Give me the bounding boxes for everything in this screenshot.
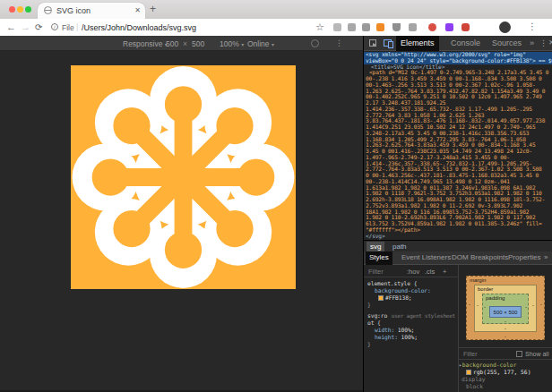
rotate-icon[interactable]: [311, 39, 319, 47]
computed-property-value: block: [459, 383, 552, 390]
tab-elements[interactable]: Elements: [396, 36, 439, 51]
viewport-height-input[interactable]: 500: [192, 39, 204, 48]
box-model-padding[interactable]: padding - - - 500 × 500: [482, 294, 529, 324]
show-all-label: Show all: [525, 351, 548, 357]
new-tab-button[interactable]: +: [150, 3, 156, 15]
tab-dom-breakpoints[interactable]: DOM Breakpoints: [448, 251, 512, 265]
box-model-margin[interactable]: margin - - - border - - - padding -: [466, 276, 545, 340]
tab-sources[interactable]: Sources: [487, 36, 526, 51]
window-close-button[interactable]: [9, 6, 15, 13]
devtools-panel: Elements Console Sources » ⋮ ✕ <svg xmln…: [363, 36, 552, 392]
extension-icon[interactable]: [409, 23, 417, 31]
sidebar-tabs: Styles Event Listeners DOM Breakpoints P…: [364, 251, 552, 265]
reload-icon[interactable]: ⟳: [35, 22, 42, 32]
device-viewport: [0, 51, 363, 392]
url-input[interactable]: /Users/John/Downloads/svg.svg: [82, 23, 196, 32]
devtools-toolbar: Elements Console Sources » ⋮ ✕: [364, 36, 552, 51]
code-line[interactable]: "#ffffff"></path>: [364, 227, 552, 234]
css-property-name[interactable]: background-color:: [367, 287, 458, 294]
tab-event-listeners[interactable]: Event Listeners: [398, 251, 454, 265]
css-height-row[interactable]: height: 100%;: [367, 334, 458, 341]
tab-console[interactable]: Console: [446, 36, 485, 51]
forward-icon[interactable]: →: [21, 21, 30, 32]
tab-properties[interactable]: Properties: [505, 251, 544, 265]
address-bar: ← → ⟳ i File | /Users/John/Downloads/svg…: [0, 19, 552, 36]
throttling-dropdown[interactable]: Online ▾: [247, 39, 274, 48]
computed-properties: ▸background-color rgb(255, 177, 56) disp…: [459, 362, 552, 390]
extension-icon[interactable]: [348, 23, 356, 31]
extension-icon[interactable]: [362, 23, 370, 31]
url-separator: |: [76, 22, 78, 31]
page-info-icon[interactable]: i: [51, 23, 58, 30]
ua-rule-selector-wrap: ot {: [367, 320, 458, 327]
computed-property-row[interactable]: display: [459, 376, 552, 383]
svg-canvas: [71, 65, 296, 289]
code-line[interactable]: </svg>: [364, 234, 552, 240]
styles-filter-input[interactable]: Filter: [368, 268, 384, 276]
elements-tree: <svg xmlns="http://www.w3.org/2000/svg" …: [364, 51, 552, 240]
tab-styles[interactable]: Styles: [366, 251, 392, 265]
extension-icon[interactable]: [445, 23, 453, 31]
padding-label: padding: [486, 295, 505, 301]
breadcrumb: svg path: [364, 240, 552, 251]
styles-pane: Filter :hov .cls + element.style { backg…: [364, 265, 458, 392]
box-model-content[interactable]: 500 × 500: [489, 306, 522, 318]
stop-extension-icon[interactable]: [461, 23, 470, 31]
breadcrumb-path[interactable]: path: [392, 242, 407, 251]
tab-title: SVG icon: [56, 6, 91, 15]
tab-close-icon[interactable]: ✕: [134, 6, 141, 14]
zoom-dropdown[interactable]: 100% ▾: [220, 39, 244, 48]
dimension-multiply-label: ×: [183, 39, 187, 48]
extension-icon[interactable]: [428, 23, 436, 31]
style-rules: element.style { background-color: #FFB13…: [364, 277, 458, 348]
closing-brace: }: [367, 302, 458, 309]
browser-tab[interactable]: SVG icon ✕: [38, 3, 145, 19]
computed-pane: margin - - - border - - - padding -: [458, 265, 552, 392]
toggle-class-button[interactable]: .cls: [425, 268, 435, 276]
toggle-hover-state-button[interactable]: :hov: [407, 268, 419, 276]
computed-property-value[interactable]: rgb(255, 177, 56): [459, 369, 552, 376]
computed-property-row[interactable]: ▸background-color: [459, 362, 552, 369]
css-width-row[interactable]: width: 100%;: [367, 327, 458, 334]
styles-filter-row: Filter :hov .cls +: [364, 265, 458, 277]
styles-split: Filter :hov .cls + element.style { backg…: [364, 265, 552, 392]
margin-label: margin: [470, 277, 486, 283]
device-toolbar-menu-icon[interactable]: ⋮: [335, 38, 343, 47]
new-style-rule-button[interactable]: +: [443, 268, 446, 276]
devtools-close-icon[interactable]: ✕: [544, 36, 552, 51]
browser-menu-icon[interactable]: ⋮: [528, 21, 537, 31]
extension-icon[interactable]: [376, 23, 384, 31]
svg-flower-icon: [71, 65, 296, 289]
viewport-pane: Responsive ▾ 500 × 500 100% ▾ Online ▾ ⋮: [0, 36, 363, 392]
device-toolbar: Responsive ▾ 500 × 500 100% ▾ Online ▾ ⋮: [0, 36, 363, 51]
ua-rule-selector[interactable]: svg:rouser agent stylesheet: [367, 312, 458, 320]
viewport-width-input[interactable]: 500: [166, 39, 178, 48]
device-mode-dropdown[interactable]: Responsive ▾: [123, 39, 168, 48]
computed-filter-input[interactable]: Filter: [463, 351, 478, 357]
shield-extension-icon[interactable]: [392, 23, 401, 31]
window-maximize-button[interactable]: [25, 6, 31, 13]
profile-avatar[interactable]: [499, 21, 511, 33]
closing-brace: }: [367, 341, 458, 348]
extension-icon[interactable]: [333, 23, 341, 31]
back-icon[interactable]: ←: [6, 21, 16, 32]
border-label: border: [478, 286, 493, 292]
css-property-value[interactable]: #FFB138;: [367, 294, 458, 302]
user-agent-stylesheet-label: user agent stylesheet: [392, 312, 455, 320]
element-style-selector[interactable]: element.style {: [367, 280, 458, 287]
window-minimize-button[interactable]: [17, 6, 23, 13]
url-scheme-label: File: [62, 23, 74, 32]
bookmark-star-icon[interactable]: ☆: [315, 21, 324, 33]
box-model-border[interactable]: border - - - padding - - - 500 × 500: [474, 285, 537, 332]
browser-window: SVG icon ✕ + ← → ⟳ i File | /Users/John/…: [0, 0, 552, 392]
inspect-element-icon[interactable]: [369, 39, 376, 47]
color-swatch[interactable]: [378, 295, 384, 301]
device-toolbar-toggle-icon[interactable]: [384, 39, 392, 47]
page-body: Responsive ▾ 500 × 500 100% ▾ Online ▾ ⋮: [0, 36, 552, 392]
color-swatch[interactable]: [466, 370, 471, 375]
breadcrumb-svg[interactable]: svg: [367, 242, 384, 251]
more-sidebar-tabs-icon[interactable]: »: [540, 251, 551, 265]
computed-filter-row: Filter Show all: [459, 348, 552, 360]
titlebar: SVG icon ✕ +: [0, 0, 552, 19]
show-all-checkbox[interactable]: [516, 351, 522, 357]
